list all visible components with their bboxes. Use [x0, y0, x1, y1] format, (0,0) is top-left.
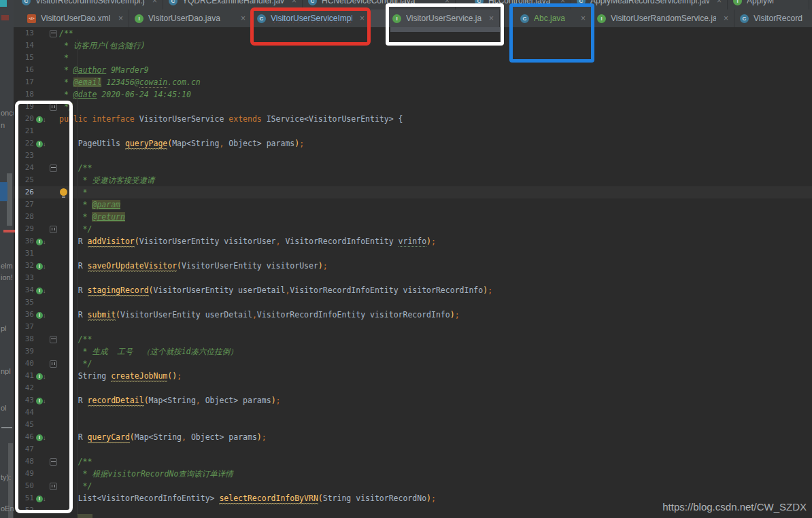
code-token: VisitorRecordInfoEntity: [280, 237, 398, 246]
code-text[interactable]: * @date 2020-06-24 14:45:10: [59, 88, 812, 101]
scrollbar-thumb[interactable]: [7, 173, 12, 226]
line-number[interactable]: 14: [16, 39, 34, 52]
code-line-50: 50 */: [14, 480, 812, 492]
code-line-45: 45: [14, 419, 812, 431]
code-token: stagingRecord: [88, 286, 149, 296]
code-token: @param: [92, 200, 120, 209]
code-token: VisitorUserEntity visitorUser: [139, 237, 276, 246]
code-text[interactable]: R addVisitor(VisitorUserEntity visitorUs…: [59, 235, 812, 247]
close-icon[interactable]: ×: [116, 14, 123, 23]
code-token: * 根据visitorRecordNo查询该订单详情: [59, 469, 233, 479]
code-token: queryPage: [125, 139, 167, 149]
left-background-panel: oncunelmion!plnplolty):oEnt: [0, 0, 14, 518]
code-token: VisitorUserEntity visitorUser: [182, 261, 318, 271]
code-line-20: 20I↓public interface VisitorUserService …: [14, 113, 812, 125]
code-text[interactable]: String createJobNum();: [59, 370, 812, 382]
code-line-44: 44: [14, 407, 812, 419]
tab-VisitorRecordInfoServiceImpl.java[interactable]: CVisitorRecordInfoServiceImpl.java×: [16, 0, 163, 10]
code-text[interactable]: * @param: [59, 198, 812, 211]
class-file-icon: C: [308, 0, 317, 5]
tab-ApplyM[interactable]: IApplyM: [728, 0, 809, 10]
code-text[interactable]: * 根据visitorRecordNo查询该订单详情: [59, 468, 812, 480]
line-number[interactable]: 15: [16, 52, 34, 64]
code-text[interactable]: *: [59, 186, 812, 198]
code-text[interactable]: * 受邀访客接受邀请: [59, 174, 812, 186]
code-token: VisitorUserService: [135, 114, 229, 124]
close-icon[interactable]: ×: [714, 0, 722, 5]
code-text[interactable]: /**: [59, 333, 812, 345]
code-line-43: 43I↓ R recordDetail(Map<String, Object> …: [14, 394, 812, 407]
tab-VisitorRecord[interactable]: CVisitorRecord: [734, 10, 812, 27]
code-token: ;: [431, 494, 436, 503]
code-text[interactable]: R submit(VisitorUserEntity userDetail,Vi…: [59, 309, 812, 321]
code-text[interactable]: PageUtils queryPage(Map<String, Object> …: [59, 137, 812, 150]
code-text[interactable]: R stagingRecord(VisitorUserEntity userDe…: [59, 284, 812, 296]
code-text[interactable]: */: [59, 358, 812, 370]
left-strip-text-fragment: npl: [1, 367, 11, 375]
close-icon[interactable]: ×: [150, 0, 157, 5]
close-icon[interactable]: ×: [721, 14, 728, 23]
code-line-40: 40 */: [14, 358, 812, 370]
code-token: IService<VisitorUserEntity> {: [262, 114, 403, 124]
code-line-35: 35: [14, 296, 812, 309]
code-text[interactable]: */: [59, 480, 812, 492]
close-icon[interactable]: ×: [238, 14, 246, 23]
code-text[interactable]: public interface VisitorUserService exte…: [59, 113, 812, 125]
code-line-16: 16 * @author 9Marder9: [14, 64, 812, 76]
code-text[interactable]: /**: [59, 162, 812, 174]
code-line-36: 36I↓ R submit(VisitorUserEntity userDeta…: [14, 309, 812, 321]
code-lines: 13/**14 * 访客用户(包含随行)15 *16 * @author 9Ma…: [14, 27, 812, 517]
code-token: * 生成 工号 （这个就按id凑六位拉倒）: [59, 347, 238, 356]
code-token: selectRecordInfoByVRN: [219, 494, 318, 504]
code-text[interactable]: * @email 123456@cowain.com.cn: [59, 76, 812, 88]
tab-label: VisitorRecord: [754, 14, 802, 23]
line-number[interactable]: 17: [16, 76, 34, 88]
code-token: interface: [92, 114, 134, 124]
line-number[interactable]: 13: [16, 27, 34, 39]
code-editor[interactable]: 13/**14 * 访客用户(包含随行)15 *16 * @author 9Ma…: [14, 27, 812, 518]
teal-square-icon: [0, 0, 7, 7]
tab-label: VisitorRecordInfoServiceImpl.java: [35, 0, 145, 5]
close-icon[interactable]: ×: [289, 0, 297, 5]
code-token: createJobNum: [111, 371, 167, 381]
code-token: cowain: [139, 77, 168, 88]
code-text[interactable]: * 生成 工号 （这个就按id凑六位拉倒）: [59, 345, 812, 358]
interface-file-icon: I: [733, 0, 742, 5]
code-token: (: [177, 261, 182, 271]
code-line-31: 31: [14, 247, 812, 260]
code-token: 2020-06-24 14:45:10: [97, 90, 190, 99]
code-token: VisitorRecordInfoEntity visitorRecordInf…: [290, 286, 483, 295]
code-token: * 访客用户(包含随行): [59, 41, 146, 50]
folded-region-stub[interactable]: [78, 514, 92, 518]
line-number[interactable]: 16: [16, 64, 34, 76]
tab-VisitorUserRandomService.java[interactable]: IVisitorUserRandomService.java×: [592, 10, 734, 27]
ide-window: oncunelmion!plnplolty):oEnt CVisitorReco…: [0, 0, 812, 518]
code-text[interactable]: */: [59, 101, 812, 113]
tab-VisitorUserDao.java[interactable]: IVisitorUserDao.java×: [129, 10, 252, 27]
left-strip-text-fragment: n: [1, 121, 5, 129]
tab-ApplyMealRecordServiceImpl.java[interactable]: CApplyMealRecordServiceImpl.java×: [571, 0, 728, 10]
code-text[interactable]: * @author 9Marder9: [59, 64, 812, 76]
code-text[interactable]: R recordDetail(Map<String, Object> param…: [59, 394, 812, 407]
code-line-23: 23: [14, 150, 812, 162]
maroon-square-icon: [1, 15, 9, 20]
code-token: ): [271, 396, 276, 405]
code-text[interactable]: */: [59, 223, 812, 235]
left-strip-text-fragment: ol: [1, 404, 7, 412]
code-text[interactable]: R queryCard(Map<String, Object> params);: [59, 431, 812, 443]
tab-VisitorUserDao.xml[interactable]: </>VisitorUserDao.xml×: [22, 10, 129, 27]
code-text[interactable]: /**: [59, 455, 812, 468]
code-token: addVisitor: [88, 237, 135, 247]
line-number[interactable]: 18: [16, 88, 34, 101]
code-line-26: 26 *: [14, 186, 812, 198]
code-token: 9Marder9: [106, 65, 148, 75]
code-text[interactable]: R saveOrUpdateVisitor(VisitorUserEntity …: [59, 260, 812, 272]
code-token: /**: [59, 29, 73, 38]
fold-marker-icon[interactable]: [50, 27, 59, 37]
code-token: *: [59, 65, 73, 75]
code-line-38: 38 /**: [14, 333, 812, 345]
code-text[interactable]: *: [59, 52, 812, 64]
code-text[interactable]: * @return: [59, 211, 812, 223]
left-strip-text-fragment: pl: [1, 324, 7, 332]
code-line-29: 29 */: [14, 223, 812, 235]
